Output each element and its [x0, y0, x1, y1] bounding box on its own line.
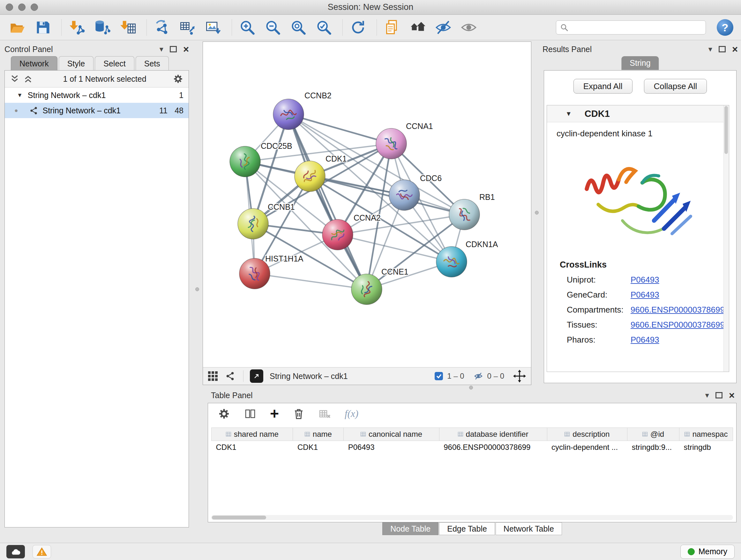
import-network-file-button[interactable]	[68, 18, 86, 37]
table-panel-menu-button[interactable]: ▾	[705, 391, 709, 400]
network-node-CDC6[interactable]	[389, 180, 420, 210]
control-panel-close-button[interactable]: ×	[183, 44, 189, 54]
network-node-CCNB2[interactable]	[273, 99, 304, 130]
network-node-RB1[interactable]	[449, 199, 480, 230]
cell-database-identifier[interactable]: 9606.ENSP00000378699	[439, 441, 547, 454]
hidden-eye-icon[interactable]	[473, 372, 483, 381]
delete-column-button[interactable]	[292, 408, 305, 420]
column-header-shared-name[interactable]: shared name	[212, 428, 293, 441]
network-collection-row[interactable]: ▼ String Network – cdk1 1	[5, 87, 189, 103]
control-panel-menu-button[interactable]: ▾	[159, 45, 163, 54]
tab-sets[interactable]: Sets	[136, 56, 169, 71]
table-panel-float-button[interactable]	[716, 392, 723, 398]
grid-view-button[interactable]	[208, 371, 218, 381]
expand-all-networks-button[interactable]	[23, 74, 33, 84]
selected-checkbox-icon[interactable]	[434, 372, 443, 381]
move-crosshair-icon[interactable]	[513, 370, 526, 382]
network-graph[interactable]: CCNB2CCNA1CDC25BCDK1CDC6RB1CCNB1CCNA2CDK…	[203, 42, 531, 367]
export-image-button[interactable]	[204, 18, 222, 37]
results-panel-float-button[interactable]	[719, 46, 726, 52]
collapse-all-button[interactable]: Collapse All	[644, 79, 707, 94]
help-button[interactable]: ?	[717, 19, 733, 36]
show-all-button[interactable]	[460, 18, 478, 37]
cell-shared-name[interactable]: CDK1	[212, 441, 293, 454]
crosslink-link[interactable]: 9606.ENSP00000378699	[630, 305, 725, 315]
network-clone-button[interactable]	[153, 18, 171, 37]
column-header-namespace[interactable]: namespac	[679, 428, 733, 441]
cell-name[interactable]: CDK1	[293, 441, 344, 454]
memory-button[interactable]: Memory	[680, 545, 735, 559]
network-node-CDKN1A[interactable]	[436, 246, 467, 277]
warning-button[interactable]	[32, 545, 51, 558]
tab-string[interactable]: String	[621, 56, 659, 70]
network-node-CCNB1[interactable]	[238, 208, 268, 239]
save-session-button[interactable]	[34, 18, 52, 37]
cloud-button[interactable]	[6, 545, 25, 558]
home-views-button[interactable]	[409, 18, 427, 37]
network-table-button[interactable]	[179, 18, 197, 37]
open-session-button[interactable]	[8, 18, 26, 37]
crosslink-link[interactable]: P06493	[630, 335, 659, 345]
minimize-window-button[interactable]	[18, 3, 25, 11]
results-panel-menu-button[interactable]: ▾	[709, 45, 712, 54]
network-node-CCNA2[interactable]	[322, 219, 353, 250]
expand-all-button[interactable]: Expand All	[574, 79, 632, 94]
tab-edge-table[interactable]: Edge Table	[439, 522, 495, 535]
cell-namespace[interactable]: stringdb	[679, 441, 733, 454]
crosslink-link[interactable]: P06493	[630, 275, 659, 285]
cell-canonical-name[interactable]: P06493	[344, 441, 439, 454]
network-node-CCNE1[interactable]	[351, 274, 382, 305]
hide-selected-button[interactable]	[434, 18, 452, 37]
network-node-CDC25B[interactable]	[230, 146, 260, 177]
table-panel-close-button[interactable]: ×	[729, 390, 735, 400]
document-button[interactable]	[383, 18, 401, 37]
network-row[interactable]: ● String Network – cdk1 11 48	[5, 103, 189, 118]
network-overview-button[interactable]	[225, 371, 235, 381]
results-panel-close-button[interactable]: ×	[732, 44, 738, 54]
import-table-file-button[interactable]	[119, 18, 137, 37]
column-header-database-identifier[interactable]: database identifier	[439, 428, 547, 441]
tab-style[interactable]: Style	[59, 56, 94, 71]
crosslink-link[interactable]: 9606.ENSP00000378699	[630, 320, 725, 330]
crosslink-link[interactable]: P06493	[630, 290, 659, 300]
splitter-handle[interactable]	[195, 287, 199, 291]
network-node-CCNA1[interactable]	[376, 128, 407, 159]
table-hscrollbar-thumb[interactable]	[212, 516, 266, 519]
network-node-CDK1[interactable]	[294, 161, 325, 192]
show-columns-button[interactable]	[244, 408, 257, 420]
import-network-database-button[interactable]	[93, 18, 111, 37]
create-column-button[interactable]: +	[270, 408, 279, 420]
column-header-description[interactable]: description	[547, 428, 627, 441]
results-scrollbar[interactable]	[724, 105, 729, 372]
collapse-all-networks-button[interactable]	[10, 74, 19, 84]
table-hscrollbar[interactable]	[211, 515, 733, 520]
zoom-in-button[interactable]	[239, 18, 256, 37]
column-header-name[interactable]: name	[293, 428, 344, 441]
splitter-handle[interactable]	[535, 211, 539, 214]
splitter-handle[interactable]	[469, 386, 473, 389]
network-canvas[interactable]: CCNB2CCNA1CDC25BCDK1CDC6RB1CCNB1CCNA2CDK…	[203, 42, 531, 367]
tab-network[interactable]: Network	[11, 56, 57, 71]
tab-network-table[interactable]: Network Table	[495, 522, 562, 535]
tree-expand-caret-icon[interactable]: ▼	[17, 92, 23, 99]
delete-table-button[interactable]	[319, 408, 331, 420]
zoom-window-button[interactable]	[30, 3, 38, 11]
cell-id[interactable]: stringdb:9...	[627, 441, 679, 454]
collapse-caret-icon[interactable]: ▼	[565, 110, 572, 118]
protein-card-header[interactable]: ▼ CDK1	[547, 105, 729, 122]
refresh-button[interactable]	[349, 18, 367, 37]
close-window-button[interactable]	[6, 3, 13, 11]
table-row[interactable]: CDK1 CDK1 P06493 9606.ENSP00000378699 cy…	[212, 441, 733, 454]
zoom-selected-button[interactable]	[315, 18, 333, 37]
tab-select[interactable]: Select	[95, 56, 134, 71]
cell-description[interactable]: cyclin-dependent ...	[547, 441, 627, 454]
search-box[interactable]	[556, 20, 706, 35]
function-builder-button[interactable]: f(x)	[345, 408, 358, 420]
table-options-button[interactable]	[218, 408, 230, 420]
control-panel-float-button[interactable]	[170, 46, 177, 52]
column-header-canonical-name[interactable]: canonical name	[344, 428, 439, 441]
detach-view-button[interactable]	[250, 369, 263, 383]
search-input[interactable]	[571, 23, 702, 33]
zoom-out-button[interactable]	[264, 18, 282, 37]
network-list-options-button[interactable]	[173, 73, 184, 84]
